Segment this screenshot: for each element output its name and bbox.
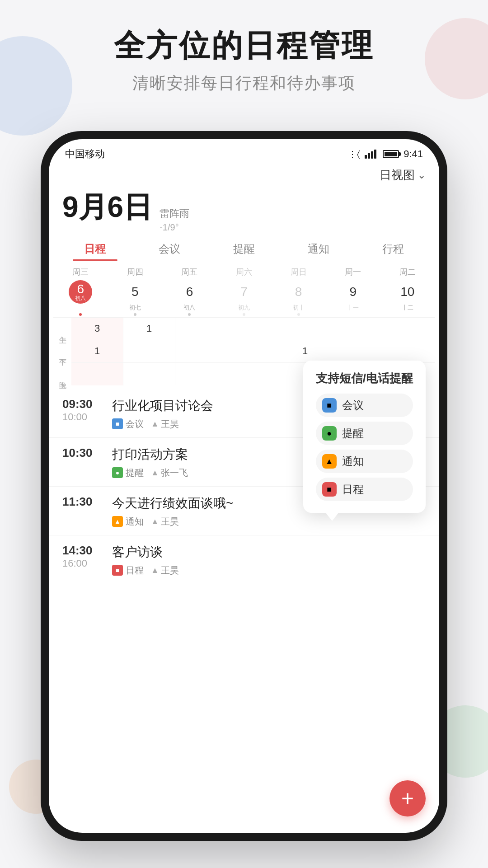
popup-bubble: 支持短信/电话提醒 ■ 会议 ● 提醒 ▲ 通知 ■ <box>303 361 426 513</box>
event-end-1: 10:00 <box>62 411 108 423</box>
battery-icon <box>383 150 399 158</box>
day-label-mon: 周一 <box>326 267 380 277</box>
dot-cell-6 <box>326 312 380 317</box>
week-day-col-thu[interactable]: 周四 5 初七 <box>108 267 163 312</box>
week-days-header: 周三 6 初八 周四 5 初七 周五 6 初八 <box>53 267 435 312</box>
tab-meeting[interactable]: 会议 <box>132 236 207 261</box>
week-day-col-sun[interactable]: 周日 8 初十 <box>271 267 326 312</box>
cal-cell-2-2 <box>123 340 175 362</box>
popup-item-remind[interactable]: ● 提醒 <box>316 422 413 445</box>
app-header: 日视图 ⌄ <box>49 165 439 183</box>
event-person-1: ▲ 王昊 <box>151 418 179 430</box>
status-right: ⋮〈 9:41 <box>348 148 423 160</box>
week-day-col-fri[interactable]: 周五 6 初八 <box>162 267 217 312</box>
weather-text: 雷阵雨 <box>160 207 189 221</box>
day-label-sat: 周六 <box>217 267 272 277</box>
cal-cell-2-4 <box>227 340 279 362</box>
tab-schedule[interactable]: 日程 <box>58 236 132 261</box>
cal-cell-1-6 <box>331 318 383 340</box>
battery-fill <box>385 152 397 156</box>
event-title-4: 客户访谈 <box>112 544 426 561</box>
popup-icon-remind: ● <box>322 426 337 441</box>
week-day-col-mon[interactable]: 周一 9 十一 <box>326 267 380 312</box>
chevron-down-icon: ⌄ <box>418 169 426 181</box>
event-start-1: 09:30 <box>62 397 108 411</box>
temp-text: -1/9° <box>160 221 189 234</box>
main-title: 全方位的日程管理 <box>0 27 488 64</box>
popup-label-meeting: 会议 <box>342 398 364 413</box>
cal-row-2: 1 1 <box>71 340 435 363</box>
date-header: 9月6日 雷阵雨 -1/9° <box>49 183 439 236</box>
popup-area: 支持短信/电话提醒 ■ 会议 ● 提醒 ▲ 通知 ■ <box>303 361 426 513</box>
tab-reminder[interactable]: 提醒 <box>207 236 282 261</box>
dot-cell-4 <box>217 312 272 317</box>
view-selector[interactable]: 日视图 ⌄ <box>380 167 426 183</box>
event-details-4: 客户访谈 ■ 日程 ▲ 王昊 <box>112 544 426 577</box>
wifi-icon: ⋮〈 <box>348 149 360 160</box>
event-item-4[interactable]: 14:30 16:00 客户访谈 ■ 日程 ▲ 王昊 <box>49 535 439 584</box>
sub-title: 清晰安排每日行程和待办事项 <box>0 72 488 94</box>
popup-title: 支持短信/电话提醒 <box>316 371 413 386</box>
notice-badge-text-3: 通知 <box>126 516 144 528</box>
tab-notification[interactable]: 通知 <box>281 236 356 261</box>
popup-label-schedule: 日程 <box>342 482 364 497</box>
person-icon-4: ▲ <box>151 566 159 575</box>
popup-label-notice: 通知 <box>342 454 364 469</box>
week-day-col-wed[interactable]: 周三 6 初八 <box>53 267 108 312</box>
person-icon-2: ▲ <box>151 468 159 478</box>
person-name-2: 张一飞 <box>161 467 188 479</box>
cal-cell-1-4 <box>227 318 279 340</box>
cal-row-label: 上午 下午 晚上 <box>53 318 71 389</box>
person-name-1: 王昊 <box>161 418 179 430</box>
event-meta-4: ■ 日程 ▲ 王昊 <box>112 564 426 577</box>
event-meta-3: ▲ 通知 ▲ 王昊 <box>112 516 426 528</box>
popup-item-schedule[interactable]: ■ 日程 <box>316 478 413 501</box>
day-label-thu: 周四 <box>108 267 163 277</box>
day-label-fri: 周五 <box>162 267 217 277</box>
popup-item-meeting[interactable]: ■ 会议 <box>316 394 413 417</box>
lunar-sun: 初十 <box>271 304 326 312</box>
signal-icon <box>365 150 376 159</box>
dot-cell-5 <box>271 312 326 317</box>
event-person-3: ▲ 王昊 <box>151 516 179 528</box>
week-day-col-tue[interactable]: 周二 10 十二 <box>380 267 435 312</box>
cal-cell-3-2 <box>123 363 175 385</box>
cal-cell-3-4 <box>227 363 279 385</box>
schedule-badge-text-4: 日程 <box>126 564 144 577</box>
cal-cell-2-6 <box>331 340 383 362</box>
popup-icon-schedule: ■ <box>322 482 337 497</box>
event-time-3: 11:30 <box>62 495 108 509</box>
cal-cell-1-7 <box>383 318 435 340</box>
popup-icon-meeting: ■ <box>322 398 337 413</box>
week-day-col-sat[interactable]: 周六 7 初九 <box>217 267 272 312</box>
phone-wrapper: 中国移动 ⋮〈 9:41 <box>41 131 447 841</box>
time-label: 9:41 <box>404 148 423 160</box>
date-big: 9月6日 <box>62 188 152 227</box>
event-time-4: 14:30 16:00 <box>62 544 108 569</box>
dot-row <box>53 312 435 317</box>
view-label: 日视图 <box>380 167 415 183</box>
event-type-schedule-4: ■ 日程 <box>112 564 144 577</box>
dot-cell-2 <box>108 312 163 317</box>
lunar-mon: 十一 <box>326 304 380 312</box>
cal-cell-1-3 <box>175 318 227 340</box>
event-start-2: 10:30 <box>62 446 108 460</box>
event-start-4: 14:30 <box>62 544 108 558</box>
day-label-tue: 周二 <box>380 267 435 277</box>
cal-row-1: 3 1 <box>71 318 435 340</box>
lunar-tue: 十二 <box>380 304 435 312</box>
cal-cell-2-5: 1 <box>279 340 331 362</box>
fab-add-button[interactable]: + <box>389 780 426 816</box>
popup-item-notice[interactable]: ▲ 通知 <box>316 450 413 473</box>
event-start-3: 11:30 <box>62 495 108 509</box>
person-icon-1: ▲ <box>151 419 159 429</box>
time-label-evening: 晚上 <box>53 365 71 387</box>
cal-cell-2-3 <box>175 340 227 362</box>
cal-cell-3-1 <box>71 363 123 385</box>
tab-itinerary[interactable]: 行程 <box>356 236 430 261</box>
time-label-morning: 上午 <box>53 319 71 342</box>
cal-cell-2-7 <box>383 340 435 362</box>
day-number-8: 8 <box>287 280 310 304</box>
event-time-1: 09:30 10:00 <box>62 397 108 423</box>
dot-cell-7 <box>380 312 435 317</box>
